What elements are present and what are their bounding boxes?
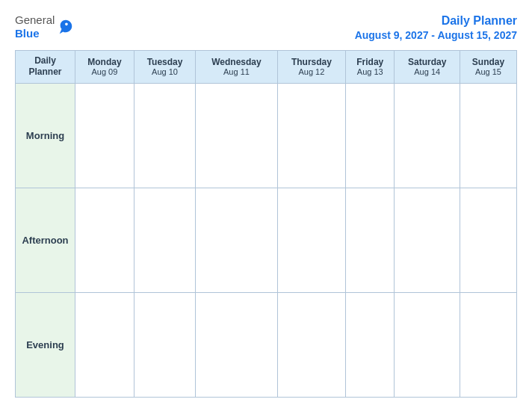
cell-afternoon-wednesday[interactable] [196,188,277,292]
logo-bird-icon [58,19,74,35]
cell-afternoon-tuesday[interactable] [134,188,195,292]
table-row-morning: Morning [16,83,517,188]
header-right: Daily Planner August 9, 2027 - August 15… [355,13,517,41]
planner-table: Daily Planner Monday Aug 09 Tuesday Aug … [15,50,517,398]
row-label-morning: Morning [16,83,75,188]
cell-morning-friday[interactable] [346,83,395,188]
col-wednesday: Wednesday Aug 11 [196,50,277,83]
cell-evening-tuesday[interactable] [134,292,195,397]
cell-afternoon-monday[interactable] [75,188,134,292]
table-row-afternoon: Afternoon [16,188,517,292]
cell-morning-thursday[interactable] [277,83,345,188]
col-monday: Monday Aug 09 [75,50,134,83]
logo: General Blue [15,13,74,40]
table-header-label: Daily Planner [16,50,75,83]
logo-blue: Blue [15,27,40,40]
col-tuesday: Tuesday Aug 10 [134,50,195,83]
cell-afternoon-sunday[interactable] [460,188,517,292]
cell-evening-saturday[interactable] [395,292,460,397]
col-thursday: Thursday Aug 12 [277,50,345,83]
cell-evening-sunday[interactable] [460,292,517,397]
cell-morning-monday[interactable] [75,83,134,188]
cell-morning-tuesday[interactable] [134,83,195,188]
cell-evening-thursday[interactable] [277,292,345,397]
row-label-evening: Evening [16,292,75,397]
date-range: August 9, 2027 - August 15, 2027 [355,29,517,41]
cell-evening-wednesday[interactable] [196,292,277,397]
cell-morning-sunday[interactable] [460,83,517,188]
cell-evening-monday[interactable] [75,292,134,397]
cell-afternoon-saturday[interactable] [395,188,460,292]
cell-evening-friday[interactable] [346,292,395,397]
col-saturday: Saturday Aug 14 [395,50,460,83]
cell-afternoon-thursday[interactable] [277,188,345,292]
logo-general: General [15,13,55,26]
col-sunday: Sunday Aug 15 [460,50,517,83]
table-row-evening: Evening [16,292,517,397]
cell-morning-wednesday[interactable] [196,83,277,188]
col-friday: Friday Aug 13 [346,50,395,83]
cell-afternoon-friday[interactable] [346,188,395,292]
row-label-afternoon: Afternoon [16,188,75,292]
cell-morning-saturday[interactable] [395,83,460,188]
page-title: Daily Planner [355,13,517,29]
table-header-row: Daily Planner Monday Aug 09 Tuesday Aug … [16,50,517,83]
page-header: General Blue Daily Planner August 9, 202… [15,13,517,41]
